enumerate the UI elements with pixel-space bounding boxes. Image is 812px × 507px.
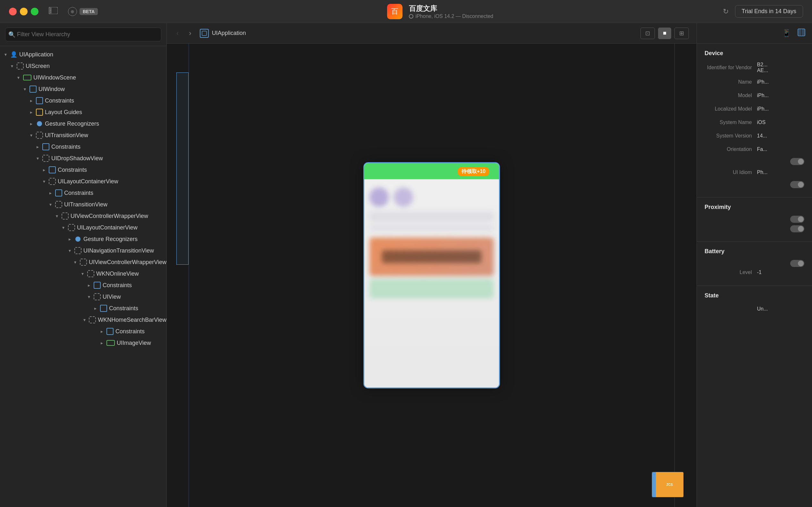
proximity-toggle[interactable] [790,216,804,223]
chevron-uilayoutcontainerview1[interactable] [41,179,47,184]
svg-rect-7 [798,29,801,36]
chevron-uitransitionview2[interactable] [47,202,53,207]
tree-item-constraints3[interactable]: Constraints [0,164,166,176]
chevron-layoutguides[interactable] [28,110,34,115]
chevron-constraints4[interactable] [47,190,53,195]
chevron-constraints3[interactable] [41,167,47,172]
state-value: Un... [757,306,805,312]
chevron-uiwindowscene[interactable] [15,75,21,80]
ui-idiom-toggle[interactable] [790,181,804,188]
tree-item-uitransitionview2[interactable]: UITransitionView [0,199,166,210]
chevron-wknhomesearchbarview[interactable] [82,317,87,322]
battery-monitoring-toggle-row [705,260,804,267]
tree-item-uidropshadowview[interactable]: UIDropShadowView [0,153,166,164]
fullscreen-button[interactable] [31,8,39,15]
tree-item-uilayoutcontainerview1[interactable]: UILayoutContainerView [0,176,166,187]
constraints4-icon [55,189,62,196]
orientation-toggle-row [705,158,804,165]
chevron-uiimageview[interactable] [99,340,105,345]
tree-item-gesture2[interactable]: Gesture Recognizers [0,233,166,245]
uiimageview-label: UIImageView [117,340,151,346]
gesture2-label: Gesture Recognizers [83,236,138,243]
battery-monitoring-toggle[interactable] [790,260,804,267]
chevron-constraints6[interactable] [92,306,98,311]
chevron-uinavtransitionview[interactable] [67,248,72,253]
3d-view-button[interactable]: ⊞ [674,27,689,39]
model-label: Model [705,93,757,98]
uitransitionview2-label: UITransitionView [64,201,107,208]
battery-section-title: Battery [705,248,804,255]
tree-item-gesture1[interactable]: Gesture Recognizers [0,118,166,129]
inspector-icon[interactable] [797,28,806,39]
back-navigate-icon[interactable]: ⊕ [68,7,77,16]
chevron-uiview[interactable] [86,294,92,299]
chevron-uitransitionview1[interactable] [28,133,34,138]
tree-item-constraints1[interactable]: Constraints [0,95,166,106]
trial-badge[interactable]: Trial Ends in 14 Days [735,5,803,18]
uiview-label: UIView [103,293,121,300]
wireframe-view-button[interactable]: ⊡ [641,27,655,39]
state-value-row: Un... [705,304,804,314]
tree-item-uiwindow[interactable]: UIWindow [0,83,166,95]
system-name-label: System Name [705,119,757,125]
uivcwrapperview1-label: UIViewControllerWrapperView [70,213,148,220]
minimize-button[interactable] [20,8,28,15]
chevron-constraints2[interactable] [35,144,40,149]
chevron-constraints5[interactable] [86,283,92,288]
chevron-uidropshadowview[interactable] [35,156,40,161]
left-overlay-strip [176,72,189,265]
chevron-uilayoutcontainerview2[interactable] [60,225,66,230]
tree-item-wknhomesearchbarview[interactable]: WKNHomeSearchBarView [0,314,166,326]
chevron-constraints1[interactable] [28,98,34,103]
solid-view-button[interactable]: ■ [658,27,671,39]
tree-item-uiview[interactable]: UIView [0,291,166,302]
tree-item-uiwindowscene[interactable]: UIWindowScene [0,72,166,83]
tree-item-layoutguides[interactable]: Layout Guides [0,106,166,118]
traffic-lights [9,8,39,15]
chevron-wknonlineview[interactable] [80,271,85,276]
uitransitionview2-icon [55,201,62,208]
nav-back-button[interactable]: ‹ [174,27,181,40]
orientation-toggle[interactable] [790,158,804,165]
right-thumbnail: ZCS [652,472,684,497]
battery-level-row: Level -1 [705,270,804,275]
tree-item-wknonlineview[interactable]: WKNOnlineView [0,268,166,279]
uidropshadowview-icon [42,155,49,162]
device-info: iPhone, iOS 14.2 — Disconnected [415,13,493,19]
chevron-uiapplication[interactable] [3,52,8,57]
chevron-uivcwrapperview2[interactable] [72,260,78,265]
close-button[interactable] [9,8,17,15]
phone-icon[interactable]: 📱 [782,29,791,38]
chevron-uiscreen[interactable] [9,63,15,69]
battery-section: Battery Level -1 [697,242,812,286]
tree-item-constraints5[interactable]: Constraints [0,279,166,291]
refresh-icon[interactable]: ↻ [723,7,729,16]
chevron-gesture2[interactable] [67,236,72,242]
chevron-constraints7[interactable] [99,329,105,334]
tree-item-uivcwrapperview1[interactable]: UIViewControllerWrapperView [0,210,166,222]
state-section: State Un... [697,286,812,324]
chevron-uivcwrapperview1[interactable] [54,214,60,219]
chevron-gesture1[interactable] [28,121,34,126]
svg-rect-8 [802,29,805,36]
tree-item-constraints6[interactable]: Constraints [0,302,166,314]
uiwindow-label: UIWindow [39,86,65,93]
tree-item-uivcwrapperview2[interactable]: UIViewControllerWrapperView [0,257,166,268]
titlebar-right: ↻ Trial Ends in 14 Days [714,5,812,18]
layoutguides-icon [36,109,43,116]
search-input[interactable] [5,27,161,41]
tree-item-constraints4[interactable]: Constraints [0,187,166,199]
chevron-uiwindow[interactable] [22,87,28,92]
tree-item-constraints2[interactable]: Constraints [0,141,166,153]
nav-forward-button[interactable]: › [187,27,193,40]
tree-item-uilayoutcontainerview2[interactable]: UILayoutContainerView [0,222,166,233]
tree-item-uiapplication[interactable]: 👤 UIApplication [0,49,166,60]
tree-item-constraints7[interactable]: Constraints [0,326,166,337]
tree-item-uiimageview[interactable]: UIImageView [0,337,166,349]
ruler-line-right [674,44,675,507]
sidebar-toggle-icon[interactable] [49,7,58,16]
proximity-toggle2[interactable] [790,225,804,232]
tree-item-uitransitionview1[interactable]: UITransitionView [0,129,166,141]
tree-item-uiscreen[interactable]: UIScreen [0,60,166,72]
tree-item-uinavtransitionview[interactable]: UINavigationTransitionView [0,245,166,257]
